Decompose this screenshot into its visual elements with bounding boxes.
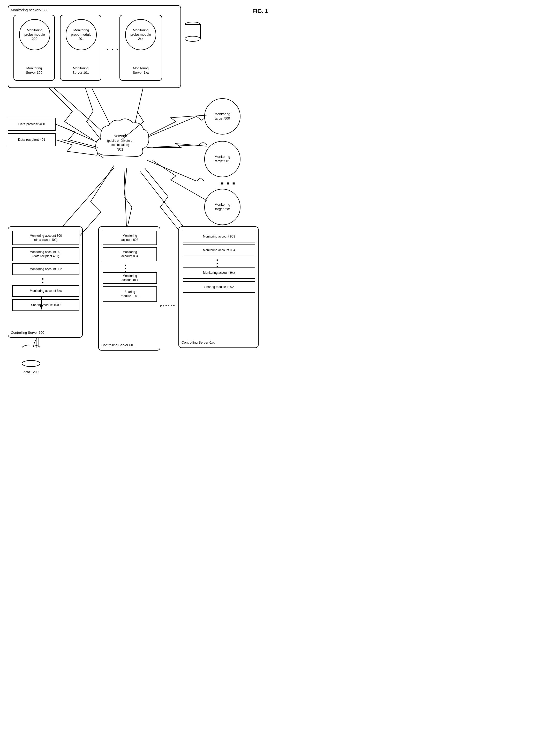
sharing-1000-label: Sharing module 1000: [13, 302, 79, 308]
svg-line-20: [203, 142, 207, 145]
targets-ellipsis: ■■■: [220, 181, 236, 187]
monitoring-network-box: Monitoring network 300 Monitoringprobe m…: [8, 5, 181, 88]
controlling-server-601-label: Controlling Server 601: [101, 343, 163, 347]
account-803-label: Monitoringaccount 803: [103, 233, 156, 243]
server-101-label: MonitoringServer 101: [60, 66, 101, 75]
probe-200-label: Monitoringprobe module200: [20, 27, 50, 43]
svg-text:301: 301: [117, 147, 123, 151]
probe-201-circle: Monitoringprobe module201: [66, 19, 97, 50]
svg-text:Network: Network: [114, 134, 127, 138]
probe-200-circle: Monitoringprobe module200: [19, 19, 50, 50]
account-8xx-label-600: Monitoring account 8xx: [13, 288, 79, 294]
account-801-box: Monitoring account 801(data recipient 40…: [12, 247, 79, 261]
sharing-1001-box: Sharingmodule 1001: [102, 286, 157, 302]
accounts-ellipsis-601: ■■■: [125, 264, 126, 273]
data-1200-database: data 1200: [21, 344, 41, 371]
data-provider-label: Data provider 400: [8, 121, 55, 128]
account-803-box: Monitoringaccount 803: [102, 231, 157, 245]
account-804-box: Monitoringaccount 804: [102, 247, 157, 261]
svg-point-49: [22, 360, 40, 367]
sharing-1001-label: Sharingmodule 1001: [103, 289, 156, 299]
account-8xx-box-601: Monitoringaccount 8xx: [102, 272, 157, 284]
account-903-box: Monitoring account 903: [183, 231, 255, 243]
account-8xx-box-600: Monitoring account 8xx: [12, 285, 79, 297]
data-recipient-box: Data recipient 401: [8, 133, 56, 146]
sharing-1002-box: Sharing module 1002: [183, 281, 255, 293]
account-904-label: Monitoring account 904: [183, 247, 255, 254]
svg-text:(public or private or: (public or private or: [107, 139, 134, 143]
controlling-server-6xx-box: Monitoring account 903 Monitoring accoun…: [178, 226, 259, 348]
account-801-label: Monitoring account 801(data recipient 40…: [13, 249, 79, 259]
diagram: FIG. 1 Monitoring network 300 Monitoring…: [0, 0, 278, 378]
svg-line-19: [199, 142, 203, 145]
sharing-1002-label: Sharing module 1002: [183, 284, 255, 290]
network-cloud: Network (public or private or combinatio…: [90, 114, 150, 168]
svg-line-18: [147, 145, 199, 147]
server-1xx-label: MonitoringServer 1xx: [120, 66, 162, 75]
account-8xx-label-601: Monitoringaccount 8xx: [103, 273, 156, 283]
account-800-label: Monitoring account 800(data owner 400): [13, 233, 79, 243]
account-9xx-box: Monitoring account 9xx: [183, 267, 255, 279]
target-5xx-label: Monitoringtarget 5xx: [205, 201, 240, 213]
server-100-box: Monitoringprobe module200 MonitoringServ…: [13, 15, 55, 81]
fig-label: FIG. 1: [253, 8, 268, 15]
controlling-server-600-label: Controlling Server 600: [11, 331, 85, 335]
data-1200-label: data 1200: [21, 370, 41, 374]
account-802-label: Monitoring account 802: [13, 266, 79, 273]
account-802-box: Monitoring account 802: [12, 263, 79, 275]
probe-2xx-label: Monitoringprobe module2xx: [126, 27, 156, 43]
sharing-1000-box: Sharing module 1000: [12, 299, 79, 311]
controlling-server-601-box: Monitoringaccount 803 Monitoringaccount …: [98, 226, 160, 351]
svg-line-21: [147, 161, 197, 181]
account-9xx-label: Monitoring account 9xx: [183, 270, 255, 276]
data-recipient-label: Data recipient 401: [8, 137, 55, 143]
servers-ellipsis: . . .: [107, 45, 120, 51]
top-database: [184, 21, 202, 45]
target-501-label: Monitoringtarget 501: [205, 154, 240, 165]
svg-line-16: [197, 116, 202, 120]
account-903-label: Monitoring account 903: [183, 234, 255, 240]
server-100-label: MonitoringServer 100: [14, 66, 54, 75]
account-804-label: Monitoringaccount 804: [103, 249, 156, 259]
target-500-circle: Monitoringtarget 500: [204, 98, 240, 135]
accounts-ellipsis-6xx: ■■■: [216, 258, 218, 268]
data-provider-box: Data provider 400: [8, 118, 56, 131]
target-500-label: Monitoringtarget 500: [205, 111, 240, 122]
account-904-box: Monitoring account 904: [183, 245, 255, 256]
svg-line-24: [57, 168, 114, 233]
monitoring-network-label: Monitoring network 300: [11, 8, 49, 12]
svg-text:combination): combination): [112, 143, 129, 147]
probe-2xx-circle: Monitoringprobe module2xx: [125, 19, 156, 50]
svg-line-15: [147, 116, 197, 137]
server-1xx-box: Monitoringprobe module2xx MonitoringServ…: [119, 15, 162, 81]
server-101-box: Monitoringprobe module201 MonitoringServ…: [60, 15, 101, 81]
svg-line-30: [140, 171, 186, 230]
controlling-server-6xx-label: Controlling Server 6xx: [181, 340, 261, 345]
target-501-circle: Monitoringtarget 501: [204, 141, 240, 177]
svg-line-23: [200, 178, 204, 181]
controlling-server-600-box: Monitoring account 800(data owner 400) M…: [8, 226, 83, 338]
probe-201-label: Monitoringprobe module201: [66, 27, 96, 43]
svg-line-22: [197, 178, 200, 181]
svg-line-27: [124, 171, 127, 233]
account-800-box: Monitoring account 800(data owner 400): [12, 231, 79, 245]
svg-point-42: [185, 36, 200, 41]
target-5xx-circle: Monitoringtarget 5xx: [204, 189, 240, 225]
